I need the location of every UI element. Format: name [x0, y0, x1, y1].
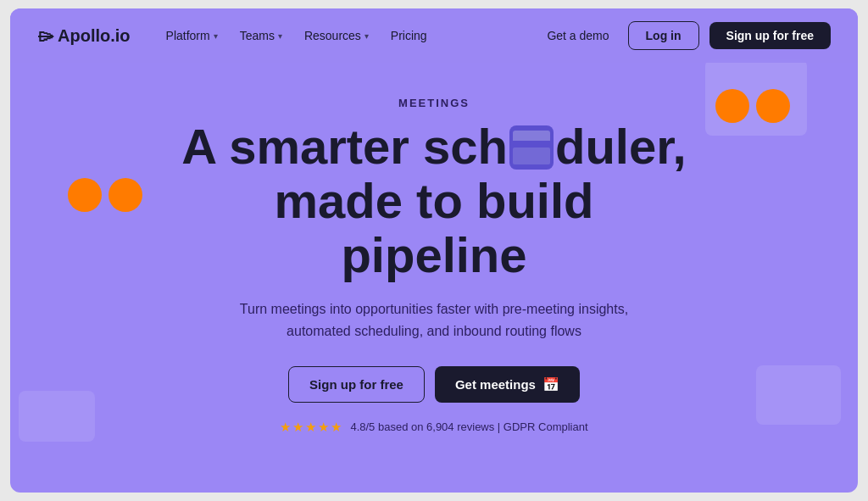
chevron-down-icon: ▾	[364, 31, 369, 41]
nav-item-platform[interactable]: Platform ▾	[158, 24, 226, 47]
hero-headline: A smarter schduler, made to build pipeli…	[181, 120, 686, 281]
rating-text: 4.8/5 based on 6,904 reviews | GDPR Comp…	[350, 420, 587, 433]
nav-item-pricing[interactable]: Pricing	[382, 24, 436, 47]
nav-right: Get a demo Log in Sign up for free	[538, 21, 831, 50]
nav-links: Platform ▾ Teams ▾ Resources ▾ Pricing	[158, 24, 539, 47]
headline-part1: A smarter sch	[181, 119, 508, 174]
signup-button-hero[interactable]: Sign up for free	[288, 366, 425, 403]
page-wrapper: ⌲ Apollo.io Platform ▾ Teams ▾ Resources…	[10, 8, 858, 493]
rating-row: ★★★★★ 4.8/5 based on 6,904 reviews | GDP…	[280, 420, 587, 435]
calendar-icon-button: 📅	[542, 376, 559, 392]
chevron-down-icon: ▾	[214, 31, 218, 41]
hero-section: MEETINGS A smarter schduler, made to bui…	[10, 63, 858, 460]
logo-icon: ⌲	[37, 26, 54, 46]
cta-buttons: Sign up for free Get meetings 📅	[288, 366, 580, 403]
nav-item-teams[interactable]: Teams ▾	[231, 24, 291, 47]
login-button[interactable]: Log in	[628, 21, 699, 50]
section-label: MEETINGS	[398, 97, 470, 109]
get-meetings-label: Get meetings	[455, 377, 536, 392]
get-meetings-button[interactable]: Get meetings 📅	[435, 366, 580, 403]
logo-text: Apollo.io	[58, 26, 131, 46]
hero-subheadline: Turn meetings into opportunities faster …	[231, 298, 637, 342]
get-demo-link[interactable]: Get a demo	[538, 24, 617, 47]
headline-line2: made to build	[274, 173, 593, 228]
nav-item-resources[interactable]: Resources ▾	[296, 24, 377, 47]
navbar: ⌲ Apollo.io Platform ▾ Teams ▾ Resources…	[10, 8, 858, 63]
headline-part2: duler,	[555, 119, 687, 174]
logo[interactable]: ⌲ Apollo.io	[37, 26, 131, 46]
calendar-icon	[509, 125, 554, 170]
signup-button-nav[interactable]: Sign up for free	[709, 22, 831, 49]
star-rating: ★★★★★	[280, 420, 343, 435]
headline-line3: pipeline	[341, 227, 526, 282]
chevron-down-icon: ▾	[278, 31, 282, 41]
